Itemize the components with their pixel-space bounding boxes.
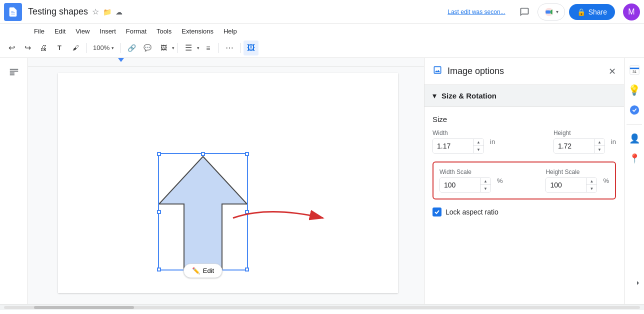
section-chevron-icon: ▾ bbox=[432, 91, 436, 100]
cloud-icon[interactable]: ☁ bbox=[116, 8, 122, 16]
menu-tools[interactable]: Tools bbox=[152, 26, 176, 36]
height-decrement-button[interactable]: ▼ bbox=[594, 146, 604, 153]
doc-title[interactable]: Testing shapes bbox=[28, 6, 88, 17]
document-page[interactable]: ✏️ Edit bbox=[58, 73, 398, 293]
menu-bar: File Edit View Insert Format Tools Exten… bbox=[0, 24, 644, 38]
width-scale-unit: % bbox=[497, 177, 503, 184]
sidebar-divider bbox=[626, 124, 642, 124]
align-button[interactable]: ☰ bbox=[181, 40, 196, 56]
print-button[interactable]: 🖨 bbox=[36, 40, 51, 56]
svg-rect-5 bbox=[630, 68, 638, 69]
spellcheck-button[interactable]: T bbox=[52, 40, 67, 56]
panel-close-button[interactable]: ✕ bbox=[608, 66, 616, 77]
scroll-track bbox=[4, 306, 640, 309]
menu-view[interactable]: View bbox=[72, 26, 94, 36]
red-arrow-annotation bbox=[228, 200, 318, 230]
google-maps-icon[interactable]: 📍 bbox=[626, 150, 642, 166]
image-options-panel: Image options ✕ ▾ Size & Rotation Size W… bbox=[424, 58, 624, 304]
expand-panel-icon[interactable] bbox=[634, 279, 642, 289]
linespacing-button[interactable]: ≡ bbox=[200, 40, 216, 56]
height-input[interactable] bbox=[554, 139, 594, 153]
width-unit: in bbox=[490, 138, 495, 146]
meet-icon bbox=[544, 7, 554, 17]
title-area: Testing shapes ☆ 📁 ☁ bbox=[28, 6, 122, 17]
redo-button[interactable]: ↪ bbox=[20, 40, 35, 56]
width-input[interactable] bbox=[433, 139, 473, 153]
width-scale-group: Width Scale ▲ ▼ bbox=[440, 168, 491, 192]
ruler-horizontal bbox=[28, 58, 424, 67]
width-label: Width bbox=[432, 130, 484, 136]
width-group: Width ▲ ▼ bbox=[432, 130, 484, 154]
width-scale-increment-button[interactable]: ▲ bbox=[480, 178, 490, 185]
panel-header: Image options ✕ bbox=[424, 58, 624, 85]
lock-aspect-checkbox[interactable] bbox=[432, 208, 442, 216]
height-scale-decrement-button[interactable]: ▼ bbox=[586, 185, 596, 192]
toolbar-divider-1 bbox=[86, 43, 86, 53]
edit-button[interactable]: ✏️ Edit bbox=[184, 264, 222, 278]
left-sidebar bbox=[0, 58, 28, 304]
google-calendar-icon[interactable]: 31 bbox=[626, 62, 642, 78]
comments-button[interactable] bbox=[516, 3, 534, 21]
more-options-button[interactable]: ⋯ bbox=[222, 40, 237, 56]
user-avatar[interactable]: M bbox=[623, 4, 640, 20]
insert-comment-button[interactable]: 💬 bbox=[140, 40, 155, 56]
lock-icon: 🔒 bbox=[577, 8, 586, 16]
width-increment-button[interactable]: ▲ bbox=[474, 139, 484, 146]
scale-section: Width Scale ▲ ▼ % Height Scale bbox=[432, 162, 616, 200]
menu-format[interactable]: Format bbox=[122, 26, 150, 36]
size-heading: Size bbox=[432, 115, 616, 124]
image-options-active-button[interactable]: 🖼 bbox=[244, 40, 258, 56]
drive-icon[interactable]: 📁 bbox=[103, 8, 112, 16]
height-scale-input-wrap: ▲ ▼ bbox=[546, 178, 597, 192]
panel-content: Size Width ▲ ▼ in Height bbox=[424, 107, 624, 224]
insert-image-button[interactable]: 🖼 bbox=[156, 40, 171, 56]
lock-aspect-label: Lock aspect ratio bbox=[446, 208, 498, 216]
toolbar-divider-3 bbox=[178, 43, 178, 53]
height-label: Height bbox=[554, 130, 605, 136]
size-rotation-section[interactable]: ▾ Size & Rotation bbox=[424, 85, 624, 107]
share-button[interactable]: 🔒 Share bbox=[569, 4, 615, 20]
width-scale-decrement-button[interactable]: ▼ bbox=[480, 185, 490, 192]
ruler-marker bbox=[118, 58, 124, 62]
star-icon[interactable]: ☆ bbox=[92, 7, 99, 16]
menu-file[interactable]: File bbox=[30, 26, 48, 36]
menu-extensions[interactable]: Extensions bbox=[178, 26, 218, 36]
docs-icon[interactable] bbox=[4, 3, 22, 21]
width-decrement-button[interactable]: ▼ bbox=[474, 146, 484, 153]
width-scale-input-wrap: ▲ ▼ bbox=[440, 178, 491, 192]
toolbar-divider-4 bbox=[218, 43, 219, 53]
zoom-selector[interactable]: 100% ▾ bbox=[90, 42, 118, 53]
paint-format-button[interactable]: 🖌 bbox=[68, 40, 83, 56]
height-scale-label: Height Scale bbox=[546, 168, 597, 176]
google-contacts-icon[interactable]: 👤 bbox=[626, 130, 642, 146]
google-keep-icon[interactable]: 💡 bbox=[626, 82, 642, 98]
width-scale-spinner: ▲ ▼ bbox=[480, 178, 490, 192]
google-tasks-icon[interactable] bbox=[626, 102, 642, 118]
height-scale-increment-button[interactable]: ▲ bbox=[586, 178, 596, 185]
sidebar-notes-icon[interactable] bbox=[5, 64, 23, 82]
height-scale-group: Height Scale ▲ ▼ bbox=[546, 168, 597, 192]
svg-rect-1 bbox=[546, 10, 550, 14]
width-input-wrap: ▲ ▼ bbox=[432, 138, 484, 154]
image-chevron-icon[interactable]: ▾ bbox=[172, 46, 174, 50]
height-increment-button[interactable]: ▲ bbox=[594, 139, 604, 146]
canvas-area: ✏️ Edit bbox=[28, 58, 424, 304]
menu-edit[interactable]: Edit bbox=[50, 26, 70, 36]
toolbar: ↩ ↪ 🖨 T 🖌 100% ▾ 🔗 💬 🖼 ▾ ☰ ▾ ≡ ⋯ 🖼 bbox=[0, 38, 644, 58]
height-group: Height ▲ ▼ bbox=[554, 130, 605, 154]
scroll-thumb[interactable] bbox=[34, 306, 134, 309]
height-input-wrap: ▲ ▼ bbox=[554, 138, 605, 154]
insert-link-button[interactable]: 🔗 bbox=[124, 40, 139, 56]
svg-text:31: 31 bbox=[632, 70, 636, 74]
section-title: Size & Rotation bbox=[442, 92, 496, 100]
horizontal-scrollbar[interactable] bbox=[0, 304, 644, 310]
meet-button[interactable]: ▾ bbox=[538, 4, 565, 20]
right-sidebar: 31 💡 👤 📍 bbox=[624, 58, 644, 304]
menu-help[interactable]: Help bbox=[220, 26, 241, 36]
width-scale-input[interactable] bbox=[440, 178, 480, 192]
align-chevron-icon[interactable]: ▾ bbox=[197, 46, 200, 50]
menu-insert[interactable]: Insert bbox=[96, 26, 120, 36]
height-scale-input[interactable] bbox=[546, 178, 586, 192]
undo-button[interactable]: ↩ bbox=[4, 40, 19, 56]
lock-aspect-ratio-row: Lock aspect ratio bbox=[432, 208, 616, 216]
